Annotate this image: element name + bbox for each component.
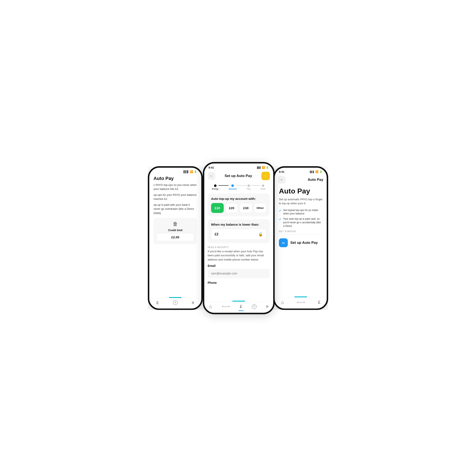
balance-icon: £ [156, 300, 159, 305]
left-nav-help[interactable]: ? [173, 300, 178, 305]
trash-icon[interactable]: 🗑 [173, 221, 178, 227]
left-bottom-nav: £ ? ≡ [149, 298, 201, 308]
help-icon: ? [173, 300, 178, 305]
center-nav-bar: ← Set up Auto Pay ⚡ [204, 170, 273, 182]
amount-20-button[interactable]: £20 [225, 203, 238, 213]
center-nav-balance[interactable]: £ [240, 304, 242, 309]
center-nav-home[interactable]: ⌂ [209, 304, 212, 309]
right-status-icons: ▌▌▌ 🛜 🔋 [310, 170, 323, 173]
step-energy: Energy [212, 184, 219, 190]
email-input[interactable] [208, 269, 270, 278]
scene: ▌▌▌ 🛜 🔋 Auto Pay c PAYG top-ups so you n… [126, 162, 350, 314]
left-nav-menu[interactable]: ≡ [192, 300, 194, 305]
right-back-arrow-icon: ← [280, 178, 284, 182]
center-time: 9:41 [208, 166, 214, 169]
balance-field: £2 🔒 [211, 229, 266, 240]
receipt-section-label: NEED A RECEIPT? [208, 246, 270, 248]
center-nav-journey[interactable]: ⚬—⚬ [221, 305, 230, 308]
right-battery-icon: 🔋 [319, 170, 323, 173]
balance-card: When my balance is lower than: £2 🔒 [208, 219, 270, 243]
credit-limit-value: £2.00 [156, 233, 194, 241]
phone-right: 9:41 ▌▌▌ 🛜 🔋 ← Auto Pay Auto Pay Set up … [273, 166, 328, 310]
phone-field-label: Phone [208, 281, 270, 284]
balance-value: £2 [215, 232, 219, 236]
center-battery-icon: 🔋 [266, 166, 269, 169]
center-nav-title: Set up Auto Pay [224, 174, 252, 178]
amount-10-button[interactable]: £10 [211, 203, 224, 213]
receipt-section: NEED A RECEIPT? If you'd like a receipt … [208, 246, 270, 285]
lock-icon: 🔒 [258, 232, 263, 237]
step-dot-done [262, 184, 264, 187]
check-icon-1: ✓ [279, 209, 281, 213]
left-page-title: Auto Pay [149, 174, 201, 183]
bullet-2: ✓ Your auto top-up is paid card, so you'… [279, 217, 323, 228]
auto-pay-description: Set up automatic PAYG top-u forget to to… [279, 197, 323, 205]
step-line-3 [250, 185, 260, 186]
left-body-text-1: c PAYG top-ups so you never when your ba… [149, 183, 201, 215]
bullet-text-1: Set repeat top-ups for yo meter when you… [283, 208, 323, 216]
center-nav-menu[interactable]: ≡ [266, 304, 269, 309]
right-back-button[interactable]: ← [278, 176, 286, 184]
step-line-1 [219, 185, 229, 186]
setup-btn-label: Set up Auto Pay [290, 241, 318, 245]
amount-other-button[interactable]: Other [254, 203, 267, 213]
center-status-icons: ▌▌▌ 🛜 🔋 [257, 166, 269, 169]
get-started-label: GET STARTED [279, 230, 323, 233]
menu-icon: ≡ [192, 300, 194, 305]
help-nav-icon: ? [252, 304, 256, 309]
center-content: Auto top-up my account with: £10 £20 £30… [204, 191, 273, 301]
infinity-icon: ∞ [279, 238, 288, 247]
left-status-icons: ▌▌▌ 🛜 🔋 [184, 170, 197, 173]
balance-nav-icon: £ [240, 304, 242, 309]
battery-icon: 🔋 [194, 170, 197, 173]
signal-icon: ▌▌▌ [184, 170, 189, 173]
bullet-text-2: Your auto top-up is paid card, so you'll… [283, 217, 323, 228]
left-credit-card: 🗑 Credit limit £2.00 [153, 218, 197, 244]
right-nav-balance[interactable]: £ [318, 300, 320, 305]
left-nav-balance[interactable]: £ [156, 300, 159, 305]
center-signal-icon: ▌▌▌ [257, 166, 261, 169]
right-nav-journey[interactable]: ⚬—⚬ [296, 300, 305, 304]
wifi-icon: 🛜 [190, 170, 193, 173]
right-nav-home[interactable]: ⌂ [281, 300, 284, 305]
step-label-pay: Pay [247, 188, 250, 190]
right-status-bar: 9:41 ▌▌▌ 🛜 🔋 [275, 168, 327, 174]
step-dot-amount [231, 184, 234, 187]
right-nav-bar: ← Auto Pay [275, 174, 327, 185]
get-started-divider [279, 234, 323, 235]
menu-nav-icon: ≡ [266, 304, 269, 309]
right-wifi-icon: 🛜 [315, 170, 319, 173]
receipt-description: If you'd like a receipt when your Auto P… [208, 249, 270, 262]
right-balance-icon: £ [318, 300, 320, 305]
credit-limit-label: Credit limit [168, 229, 183, 232]
step-dot-energy [214, 184, 217, 187]
lightning-icon: ⚡ [263, 173, 268, 178]
right-nav-title: Auto Pay [308, 178, 323, 182]
check-icon-2: ✓ [279, 217, 281, 221]
amount-30-button[interactable]: £30 [239, 203, 252, 213]
step-label-energy: Energy [212, 188, 219, 190]
step-done: Done [260, 184, 266, 190]
step-label-done: Done [260, 188, 266, 190]
step-amount: Amount [229, 184, 237, 190]
right-time: 9:41 [279, 170, 284, 173]
lightning-button[interactable]: ⚡ [261, 172, 270, 180]
center-wifi-icon: 🛜 [262, 166, 265, 169]
setup-auto-pay-button[interactable]: ∞ Set up Auto Pay [279, 237, 323, 248]
center-back-button[interactable]: ← [208, 172, 215, 180]
center-nav-help[interactable]: ? [252, 304, 256, 309]
amount-options: £10 £20 £30 Other [211, 203, 266, 213]
balance-card-title: When my balance is lower than: [211, 223, 266, 226]
center-status-bar: 9:41 ▌▌▌ 🛜 🔋 [204, 163, 273, 170]
step-pay: Pay [247, 184, 250, 190]
step-label-amount: Amount [229, 188, 237, 190]
email-field-label: Email [208, 264, 270, 268]
home-icon: ⌂ [209, 304, 212, 309]
right-bottom-nav: ⌂ ⚬—⚬ £ [275, 297, 327, 308]
right-journey-icon: ⚬—⚬ [296, 300, 305, 304]
progress-steps: Energy Amount Pay Done [204, 182, 273, 191]
left-status-bar: ▌▌▌ 🛜 🔋 [149, 168, 201, 174]
topup-card-title: Auto top-up my account with: [211, 197, 266, 201]
right-home-icon: ⌂ [281, 300, 284, 305]
back-arrow-icon: ← [210, 174, 213, 178]
